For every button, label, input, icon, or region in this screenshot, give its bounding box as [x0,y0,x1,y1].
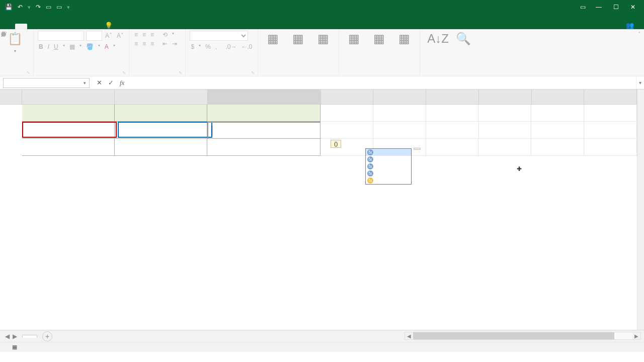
fx-button[interactable]: fx [120,79,124,87]
macro-record-icon[interactable]: ▦ [12,344,17,350]
cell-i2[interactable] [584,122,637,139]
tab-view[interactable] [88,24,100,29]
maximize-button[interactable]: ☐ [612,4,620,11]
font-launcher-icon[interactable]: ⤡ [122,70,126,75]
ribbon-display-icon[interactable]: ▭ [580,4,586,11]
cell-g1[interactable] [478,105,531,122]
ac-item-modemult[interactable]: fx [366,156,411,163]
hscroll-right-icon[interactable]: ▶ [632,333,640,339]
name-box[interactable]: ▾ [3,78,90,88]
expand-formula-bar-icon[interactable]: ▾ [636,76,644,89]
tab-review[interactable] [75,24,88,29]
bold-button[interactable]: B [38,43,44,51]
currency-icon[interactable]: $ [190,43,195,51]
hscroll-track[interactable] [413,332,632,339]
cell-d2[interactable] [320,122,373,139]
percent-icon[interactable]: % [204,43,212,51]
undo-icon[interactable]: ↶ [18,4,23,11]
cell-i1[interactable] [584,105,637,122]
tell-me-box[interactable]: 💡 [100,22,626,29]
col-header-e[interactable] [373,89,426,105]
cell-a2[interactable] [22,122,115,139]
cells-area[interactable]: ✚ () fx fx fx fx fx [22,105,637,330]
align-center-icon[interactable]: ≡ [141,40,147,48]
col-header-g[interactable] [479,89,532,105]
tab-formulas[interactable] [51,24,63,29]
col-header-a[interactable] [22,89,115,105]
align-right-icon[interactable]: ≡ [149,40,155,48]
column-headers[interactable] [22,89,637,105]
inc-decimal-icon[interactable]: .0→ [224,43,237,51]
indent-dec-icon[interactable]: ⇤ [162,40,169,48]
align-left-icon[interactable]: ≡ [133,40,139,48]
cell-c2[interactable] [207,122,320,139]
border-button[interactable]: ▦ [68,43,76,51]
select-all-corner[interactable] [0,89,22,105]
enter-formula-button[interactable]: ✓ [108,79,114,86]
name-box-dropdown-icon[interactable]: ▾ [84,80,86,85]
col-header-i[interactable] [584,89,637,105]
cancel-formula-button[interactable]: ✕ [97,79,102,86]
ac-item-mod[interactable]: fx [366,149,411,156]
clear-button[interactable]: ◇▾ [0,31,644,38]
ac-item-modesngl[interactable]: fx [366,163,411,170]
cell-g3[interactable] [478,139,531,156]
share-button[interactable]: 👥 [626,22,644,29]
formula-bar[interactable] [129,82,636,84]
number-launcher-icon[interactable]: ⤡ [251,70,255,75]
horizontal-scrollbar[interactable]: ◀ ▶ [405,332,641,340]
cell-b1[interactable] [115,105,207,122]
tab-insert[interactable] [27,24,39,29]
col-header-b[interactable] [115,89,207,105]
comma-icon[interactable]: , [214,43,218,51]
cell-c1[interactable] [207,105,320,122]
tab-home[interactable] [15,24,27,29]
cell-f1[interactable] [426,105,479,122]
cell-i3[interactable] [584,139,637,156]
underline-button[interactable]: U [53,43,59,51]
save-icon[interactable]: 💾 [5,4,13,11]
tab-file[interactable] [3,24,15,29]
cell-a3[interactable] [22,139,115,156]
indent-inc-icon[interactable]: ⇥ [171,40,178,48]
close-button[interactable]: ✕ [629,4,637,11]
clipboard-launcher-icon[interactable]: ⤡ [27,70,30,75]
formula-autocomplete[interactable]: fx fx fx fx fx [365,148,412,185]
prev-sheet-icon[interactable]: ◀ [5,333,10,340]
cell-d1[interactable] [320,105,373,122]
font-color-button[interactable]: A [104,43,110,51]
new-sheet-button[interactable]: + [42,331,52,341]
qat-customize-icon[interactable]: ▾ [67,4,70,11]
undo-menu-icon[interactable]: ▾ [28,4,31,11]
cell-a1[interactable] [22,105,115,122]
sheet-tab-time-elapsed[interactable] [22,335,37,338]
alignment-launcher-icon[interactable]: ⤡ [179,70,182,75]
cell-c3[interactable] [207,139,320,156]
cell-b3[interactable] [115,139,207,156]
vertical-scrollbar[interactable] [637,89,644,330]
ac-item-month[interactable]: fx [366,170,411,177]
cell-f2[interactable] [426,122,479,139]
dec-decimal-icon[interactable]: ←.0 [240,43,253,51]
col-header-c[interactable] [208,89,321,105]
tab-page-layout[interactable] [39,24,51,29]
col-header-h[interactable] [532,89,585,105]
tab-data[interactable] [63,24,75,29]
cell-g2[interactable] [479,122,532,139]
cell-e1[interactable] [373,105,426,122]
fill-color-button[interactable]: 🪣 [85,43,95,51]
ac-item-mode[interactable]: fx [366,177,411,184]
next-sheet-icon[interactable]: ▶ [13,333,17,340]
cell-f3[interactable] [426,139,479,156]
cell-h1[interactable] [531,105,584,122]
italic-button[interactable]: I [47,43,50,51]
cell-b2[interactable] [115,122,207,139]
col-header-f[interactable] [426,89,479,105]
cell-h2[interactable] [531,122,584,139]
hscroll-thumb[interactable] [413,332,614,339]
cell-e2[interactable] [373,122,426,139]
minimize-button[interactable]: — [595,4,603,11]
spreadsheet-grid[interactable]: ✚ () fx fx fx fx fx [0,89,644,330]
hscroll-left-icon[interactable]: ◀ [405,333,413,339]
cell-h3[interactable] [531,139,584,156]
